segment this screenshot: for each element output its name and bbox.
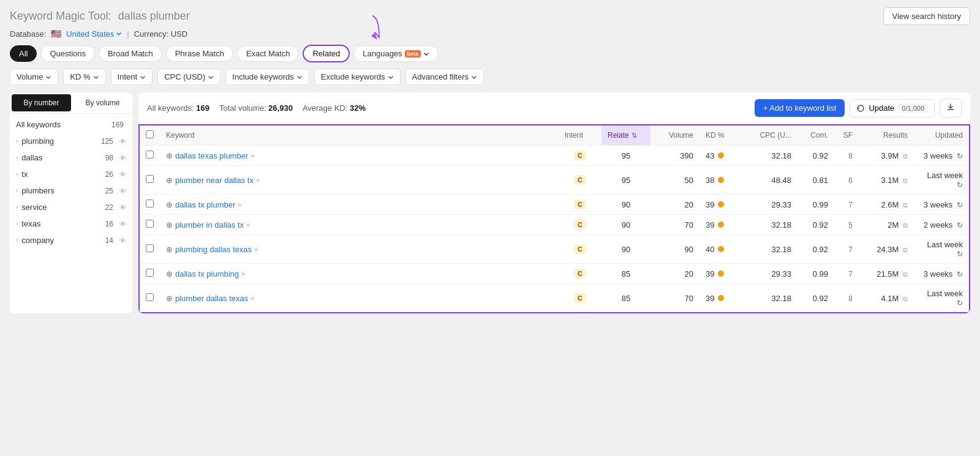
external-link-icon[interactable]: ⧉	[903, 201, 908, 209]
th-updated[interactable]: Updated	[914, 125, 969, 146]
kd-cell: 39	[699, 264, 748, 284]
kd-cell: 39	[699, 284, 748, 313]
external-link-icon[interactable]: ⧉	[903, 271, 908, 278]
filter-cpc[interactable]: CPC (USD)	[157, 69, 221, 85]
row-checkbox[interactable]	[146, 220, 154, 228]
refresh-icon[interactable]: ↻	[957, 250, 963, 258]
eye-icon[interactable]: 👁	[119, 171, 126, 178]
filter-advanced[interactable]: Advanced filters	[405, 69, 484, 85]
th-results[interactable]: Results	[859, 125, 914, 146]
export-button[interactable]	[940, 99, 962, 118]
eye-icon[interactable]: 👁	[119, 187, 126, 195]
updated-cell: Last week ↻	[914, 235, 969, 264]
sidebar-item-dallas[interactable]: › dallas 98 👁	[10, 149, 132, 166]
external-link-icon[interactable]: ⧉	[903, 246, 908, 253]
row-checkbox[interactable]	[146, 269, 154, 277]
sidebar-by-volume-btn[interactable]: By volume	[73, 92, 132, 113]
sidebar-service-label: service	[21, 203, 101, 212]
eye-icon[interactable]: 👁	[119, 204, 126, 211]
th-volume[interactable]: Volume	[650, 125, 699, 146]
tab-questions[interactable]: Questions	[40, 45, 95, 62]
row-checkbox[interactable]	[146, 244, 154, 252]
th-com[interactable]: Com.	[797, 125, 834, 146]
eye-icon[interactable]: 👁	[119, 154, 126, 162]
row-checkbox-cell	[140, 146, 160, 166]
cpc-cell: 29.33	[748, 195, 797, 215]
sidebar-texas-count: 16	[105, 220, 113, 228]
sidebar-item-plumbing[interactable]: › plumbing 125 👁	[10, 133, 132, 149]
external-link-icon[interactable]: ⧉	[903, 177, 908, 184]
kd-cell: 39	[699, 215, 748, 235]
sidebar-item-plumbers[interactable]: › plumbers 25 👁	[10, 182, 132, 199]
tab-languages[interactable]: Languages beta	[353, 45, 439, 62]
filter-volume[interactable]: Volume	[10, 69, 58, 85]
row-checkbox[interactable]	[146, 151, 154, 159]
tab-exact-match[interactable]: Exact Match	[237, 45, 300, 62]
chevron-right-icon: ›	[16, 154, 18, 161]
external-link-icon[interactable]: ⧉	[903, 222, 908, 229]
sidebar-by-number-btn[interactable]: By number	[12, 94, 71, 111]
view-history-button[interactable]: View search history	[883, 7, 970, 25]
add-to-keyword-list-button[interactable]: + Add to keyword list	[755, 99, 845, 117]
eye-icon[interactable]: 👁	[119, 237, 126, 244]
th-keyword[interactable]: Keyword	[160, 125, 559, 146]
row-checkbox[interactable]	[146, 293, 154, 301]
filter-include[interactable]: Include keywords	[225, 69, 309, 85]
keyword-link[interactable]: ⊕ plumber dallas texas »	[166, 294, 552, 303]
expand-arrows-icon: »	[246, 221, 250, 228]
keyword-text: plumber dallas texas	[175, 294, 248, 303]
total-volume-value: 26,930	[268, 103, 293, 113]
keywords-count: 169	[196, 103, 209, 113]
external-link-icon[interactable]: ⧉	[903, 152, 908, 160]
th-related[interactable]: Relate ⇅	[601, 125, 650, 146]
sidebar-item-service[interactable]: › service 22 👁	[10, 199, 132, 215]
refresh-icon[interactable]: ↻	[957, 181, 963, 189]
table-row: ⊕ plumber in dallas tx » C 90 70 39 32.1…	[140, 215, 969, 235]
volume-cell: 390	[650, 146, 699, 166]
eye-icon[interactable]: 👁	[119, 138, 126, 145]
eye-icon[interactable]: 👁	[119, 220, 126, 228]
plus-icon: ⊕	[166, 245, 173, 254]
sidebar-item-all[interactable]: All keywords 169	[10, 116, 132, 133]
tab-broad-match[interactable]: Broad Match	[99, 45, 162, 62]
refresh-icon[interactable]: ↻	[957, 299, 963, 307]
refresh-icon[interactable]: ↻	[957, 270, 963, 278]
th-sf[interactable]: SF	[834, 125, 859, 146]
row-checkbox-cell	[140, 166, 160, 195]
keyword-link[interactable]: ⊕ dallas tx plumber »	[166, 200, 552, 209]
intent-badge: C	[574, 175, 586, 185]
tab-all[interactable]: All	[10, 45, 37, 62]
sidebar-item-texas[interactable]: › texas 16 👁	[10, 215, 132, 232]
kd-value: 43	[706, 151, 714, 160]
filter-exclude[interactable]: Exclude keywords	[314, 69, 401, 85]
filter-intent[interactable]: Intent	[111, 69, 153, 85]
external-link-icon[interactable]: ⧉	[903, 295, 908, 302]
keyword-link[interactable]: ⊕ plumber near dallas tx »	[166, 176, 552, 185]
update-button[interactable]: Update 0/1,000	[850, 99, 935, 118]
select-all-checkbox[interactable]	[146, 130, 154, 138]
results-value: 3.9M	[881, 151, 899, 160]
th-cpc[interactable]: CPC (U...	[748, 125, 797, 146]
row-checkbox[interactable]	[146, 175, 154, 183]
database-link[interactable]: United States	[66, 29, 122, 39]
filter-kd[interactable]: KD %	[63, 69, 105, 85]
sf-value: 8	[848, 152, 853, 160]
com-cell: 0.99	[797, 264, 834, 284]
keyword-link[interactable]: ⊕ plumber in dallas tx »	[166, 220, 552, 230]
refresh-icon[interactable]: ↻	[957, 221, 963, 230]
refresh-icon[interactable]: ↻	[957, 152, 963, 160]
tab-phrase-match[interactable]: Phrase Match	[166, 45, 233, 62]
th-intent[interactable]: Intent	[559, 125, 601, 146]
row-checkbox[interactable]	[146, 200, 154, 207]
keyword-link[interactable]: ⊕ dallas texas plumber »	[166, 151, 552, 160]
sort-icon: ⇅	[631, 132, 637, 140]
row-checkbox-cell	[140, 235, 160, 264]
sidebar-item-tx[interactable]: › tx 26 👁	[10, 166, 132, 182]
com-cell: 0.92	[797, 215, 834, 235]
keyword-link[interactable]: ⊕ plumbing dallas texas »	[166, 245, 552, 254]
keyword-link[interactable]: ⊕ dallas tx plumbing »	[166, 269, 552, 278]
refresh-icon[interactable]: ↻	[957, 201, 963, 209]
sidebar-item-company[interactable]: › company 14 👁	[10, 232, 132, 249]
th-kd[interactable]: KD %	[699, 125, 748, 146]
tab-related[interactable]: Related	[303, 45, 350, 62]
